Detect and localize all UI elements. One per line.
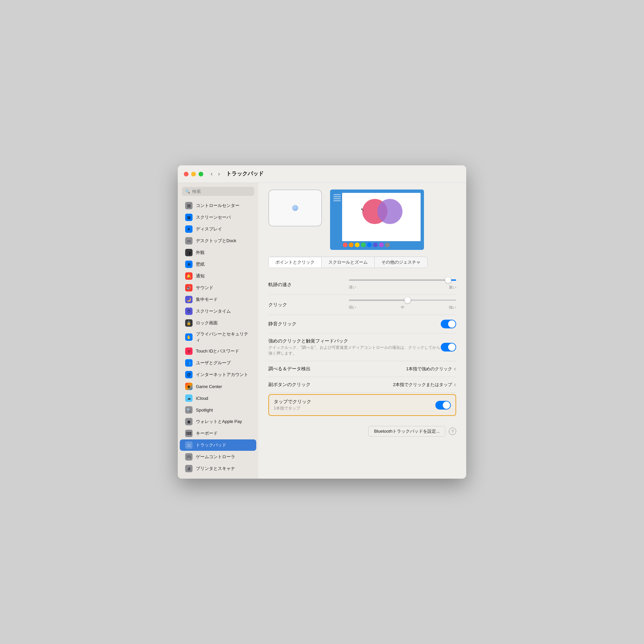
touch-id-icon: ⊙ <box>185 347 193 355</box>
screen-time-icon: ⏱ <box>185 308 193 315</box>
preview-cursor: ↖ <box>361 207 365 212</box>
color-swatch <box>349 243 354 247</box>
titlebar: ‹ › トラックパッド <box>178 165 466 183</box>
sidebar-item-privacy[interactable]: ✋ プライバシーとセキュリティ <box>180 329 256 345</box>
sidebar-item-label: キーボード <box>196 430 218 436</box>
tracking-speed-labels: 遅い 速い <box>349 285 456 290</box>
sidebar-item-icloud[interactable]: ☁ iCloud <box>180 392 256 404</box>
display-icon: ☀ <box>185 225 193 233</box>
sidebar-item-label: ゲームコントローラ <box>196 454 235 460</box>
close-button[interactable] <box>184 172 189 176</box>
desktop-dock-icon: ▭ <box>185 237 193 245</box>
preview-circle-purple <box>377 199 402 224</box>
tab-scroll-zoom[interactable]: スクロールとズーム <box>322 257 375 268</box>
click-strength-row: クリック 弱い 中 強い <box>268 295 456 315</box>
color-swatch <box>367 243 372 247</box>
silent-click-label: 静音クリック <box>268 321 441 327</box>
help-button[interactable]: ? <box>449 428 456 435</box>
bluetooth-trackpad-button[interactable]: Bluetoothトラックパッドを設定... <box>368 426 445 437</box>
preview-sidebar <box>333 193 341 241</box>
sidebar-item-label: プライバシーとセキュリティ <box>196 331 251 343</box>
tracking-speed-slider[interactable] <box>349 279 456 281</box>
sidebar-item-screen-saver[interactable]: ▦ スクリーンセーバ <box>180 212 256 223</box>
appearance-icon: ◑ <box>185 249 193 256</box>
notifications-icon: 🔔 <box>185 272 193 280</box>
window-title: トラックパッド <box>226 170 264 177</box>
sidebar-item-trackpad[interactable]: ◻ トラックパッド <box>180 439 256 451</box>
secondary-click-label-col: 副ボタンのクリック <box>268 382 393 388</box>
click-strong-label: 強い <box>449 305 456 310</box>
sidebar-item-label: 集中モード <box>196 297 218 303</box>
sidebar-item-lock-screen[interactable]: 🔒 ロック画面 <box>180 317 256 329</box>
click-strength-slider[interactable] <box>349 300 456 301</box>
sidebar-item-spotlight[interactable]: 🔍 Spotlight <box>180 404 256 416</box>
sidebar-item-label: プリンタとスキャナ <box>196 466 235 472</box>
sidebar-item-screen-time[interactable]: ⏱ スクリーンタイム <box>180 306 256 317</box>
sidebar-item-label: iCloud <box>196 396 208 401</box>
maximize-button[interactable] <box>199 172 203 176</box>
search-input[interactable] <box>192 189 251 194</box>
tracking-fast-label: 速い <box>449 285 456 290</box>
sidebar-item-display[interactable]: ☀ ディスプレイ <box>180 223 256 235</box>
tab-point-click[interactable]: ポイントとクリック <box>269 257 322 268</box>
sidebar-item-label: インターネットアカウント <box>196 372 248 378</box>
sidebar-item-internet-accounts[interactable]: @ インターネットアカウント <box>180 369 256 380</box>
sidebar-item-focus[interactable]: 🌙 集中モード <box>180 294 256 305</box>
secondary-click-arrows: ⇕ <box>453 383 456 387</box>
tab-other-gestures[interactable]: その他のジェスチャ <box>375 257 427 268</box>
sidebar-item-notifications[interactable]: 🔔 通知 <box>180 270 256 282</box>
sidebar-item-appearance[interactable]: ◑ 外観 <box>180 247 256 258</box>
sidebar-item-users[interactable]: 👥 ユーザとグループ <box>180 357 256 369</box>
secondary-click-row: 副ボタンのクリック 2本指でクリックまたはタップ ⇕ <box>268 377 456 393</box>
sidebar-item-printer[interactable]: 🖨 プリンタとスキャナ <box>180 463 256 474</box>
preview-color-swatches <box>343 243 421 247</box>
sidebar-item-desktop-dock[interactable]: ▭ デスクトップとDock <box>180 235 256 247</box>
click-strength-label: クリック <box>268 302 349 308</box>
color-swatch <box>355 243 360 247</box>
sidebar-item-label: トラックパッド <box>196 442 226 448</box>
sidebar-item-label: ユーザとグループ <box>196 360 231 366</box>
forward-button[interactable]: › <box>216 170 222 178</box>
sidebar-item-label: Touch IDとパスワード <box>196 348 239 354</box>
preview-circles <box>362 199 402 224</box>
minimize-button[interactable] <box>191 172 196 176</box>
preview-sidebar-line <box>333 194 341 195</box>
sidebar-item-label: デスクトップとDock <box>196 238 236 244</box>
tap-click-toggle[interactable] <box>435 401 451 410</box>
sidebar-item-wallet[interactable]: ▣ ウォレットとApple Pay <box>180 416 256 427</box>
sound-icon: 🔊 <box>185 284 193 291</box>
sidebar-item-control-center[interactable]: ⊞ コントロールセンター <box>180 200 256 211</box>
trackpad-dot <box>292 205 298 211</box>
secondary-click-select[interactable]: 2本指でクリックまたはタップ ⇕ <box>393 382 456 388</box>
lookup-value: 1本指で強めのクリック <box>406 366 452 372</box>
force-click-toggle[interactable] <box>441 343 456 352</box>
search-bar[interactable]: 🔍 <box>182 187 254 196</box>
sidebar-item-label: スクリーンセーバ <box>196 214 231 220</box>
sidebar-item-sound[interactable]: 🔊 サウンド <box>180 282 256 293</box>
lookup-label-col: 調べる＆データ検出 <box>268 366 406 372</box>
sidebar: 🔍 ⊞ コントロールセンター ▦ スクリーンセーバ ☀ ディスプレイ ▭ デスク… <box>178 183 258 479</box>
color-swatch <box>373 243 378 247</box>
search-icon: 🔍 <box>185 189 190 194</box>
sidebar-item-label: ディスプレイ <box>196 226 222 232</box>
silent-click-toggle[interactable] <box>441 320 456 328</box>
tap-click-sublabel: 1本指でタップ <box>274 406 435 411</box>
sidebar-item-label: 通知 <box>196 273 205 279</box>
silent-click-label-col: 静音クリック <box>268 321 441 327</box>
screen-saver-icon: ▦ <box>185 214 193 221</box>
privacy-icon: ✋ <box>185 333 193 341</box>
click-weak-label: 弱い <box>349 305 356 310</box>
spotlight-icon: 🔍 <box>185 406 193 414</box>
secondary-click-control: 2本指でクリックまたはタップ ⇕ <box>393 382 456 388</box>
sidebar-item-wallpaper[interactable]: ❄ 壁紙 <box>180 259 256 270</box>
sidebar-item-label: Spotlight <box>196 408 213 413</box>
lookup-select[interactable]: 1本指で強めのクリック ⇕ <box>406 366 456 372</box>
sidebar-item-game-center[interactable]: ◉ Game Center <box>180 381 256 392</box>
sidebar-item-game-controller[interactable]: 🎮 ゲームコントローラ <box>180 451 256 463</box>
tracking-speed-control: 遅い 速い <box>349 279 456 290</box>
sidebar-item-touch-id[interactable]: ⊙ Touch IDとパスワード <box>180 345 256 357</box>
preview-sidebar-line <box>333 196 341 197</box>
lookup-arrows: ⇕ <box>453 367 456 371</box>
sidebar-item-keyboard[interactable]: ⌨ キーボード <box>180 428 256 439</box>
back-button[interactable]: ‹ <box>209 170 215 178</box>
